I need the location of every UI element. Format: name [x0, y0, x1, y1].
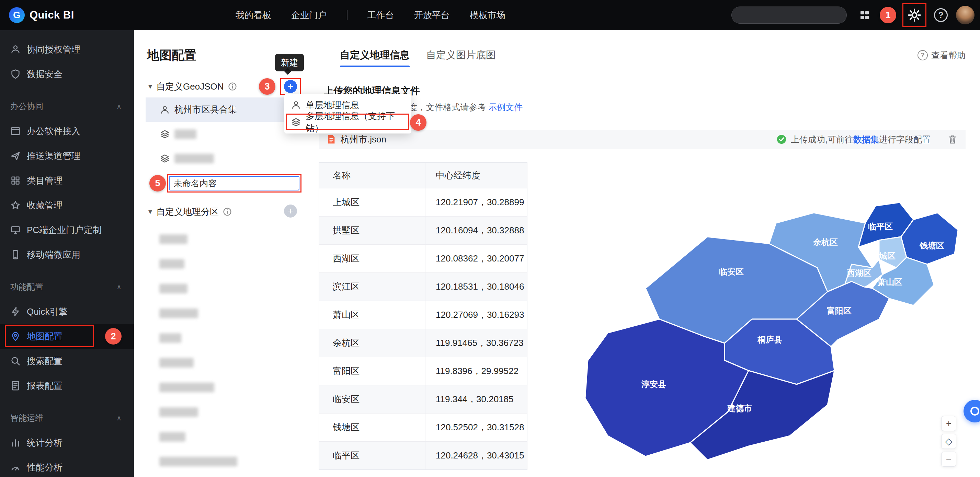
sidebar-section-feature-config[interactable]: 功能配置 ∧	[0, 274, 134, 299]
column-header-name: 名称	[319, 163, 425, 188]
nav-my-dashboard[interactable]: 我的看板	[235, 9, 271, 21]
map-label: 临平区	[868, 222, 893, 231]
tree-item-blurred[interactable]	[146, 326, 306, 350]
page-header: 地图配置 自定义地理信息 自定义图片底图 ? 查看帮助	[147, 43, 966, 67]
tree-item-blurred[interactable]	[146, 350, 306, 375]
blurred-label	[159, 432, 185, 442]
info-icon[interactable]	[228, 82, 237, 91]
map-label: 萧山区	[877, 277, 902, 287]
sidebar-item-collab-auth[interactable]: 协同授权管理	[0, 37, 134, 62]
map-label: 上城区	[871, 251, 896, 260]
geojson-group-header[interactable]: ▾ 自定义GeoJSON + 3	[146, 76, 306, 97]
sidebar-item-data-security[interactable]: 数据安全	[0, 62, 134, 87]
tree-item-blurred[interactable]	[146, 301, 306, 326]
tree-item-blurred[interactable]	[146, 252, 306, 276]
delete-file-icon[interactable]	[947, 134, 958, 145]
sidebar-item-pc-portal[interactable]: PC端企业门户定制	[0, 217, 134, 242]
person-pin-icon	[291, 100, 301, 110]
tab-custom-image-basemap[interactable]: 自定义图片底图	[426, 43, 496, 67]
file-name: 杭州市.json	[340, 133, 386, 146]
logo-text: Quick BI	[30, 9, 74, 21]
map-label: 余杭区	[813, 238, 838, 247]
table-row: 上城区120.21907，30.28899	[319, 188, 527, 216]
map-label: 桐庐县	[757, 335, 782, 344]
info-icon[interactable]	[223, 207, 232, 216]
sidebar-item-mobile-microapp[interactable]: 移动端微应用	[0, 242, 134, 267]
sidebar-section-smart-ops[interactable]: 智能运维 ∧	[0, 406, 134, 430]
annotation-badge-5: 5	[150, 175, 166, 192]
search-input[interactable]	[738, 10, 844, 20]
new-item-name-input[interactable]	[169, 176, 299, 190]
nav-open-platform[interactable]: 开放平台	[414, 9, 450, 21]
map-label: 富阳区	[827, 306, 851, 315]
quickbi-logo-icon: G	[9, 7, 25, 23]
person-key-icon	[10, 44, 21, 55]
tree-item-blurred[interactable]	[146, 276, 306, 301]
top-navigation: 我的看板 企业门户 工作台 开放平台 模板市场	[235, 9, 506, 21]
paper-plane-icon	[10, 151, 21, 161]
blurred-label	[159, 235, 188, 244]
layers-icon	[160, 129, 170, 139]
quickbi-logo[interactable]: G Quick BI	[9, 7, 74, 23]
help-icon[interactable]: ?	[934, 8, 948, 22]
apps-grid-icon[interactable]	[859, 10, 870, 21]
nav-enterprise-portal[interactable]: 企业门户	[291, 9, 327, 21]
sidebar-section-office-collab[interactable]: 办公协同 ∧	[0, 94, 134, 119]
quick-bi-app: G Quick BI 我的看板 企业门户 工作台 开放平台 模板市场 1	[0, 0, 980, 477]
assistant-icon	[970, 407, 979, 415]
nav-divider	[347, 10, 347, 20]
locate-button[interactable]: ◇	[941, 434, 956, 449]
tree-item-blurred[interactable]	[146, 227, 306, 252]
table-row: 富阳区119.8396，29.99522	[319, 357, 527, 385]
annotation-badge-1: 1	[880, 7, 896, 23]
sidebar-item-quick-engine[interactable]: Quick引擎	[0, 299, 134, 324]
success-check-icon	[776, 134, 787, 144]
zoom-out-button[interactable]: −	[941, 452, 956, 467]
map-controls: + ◇ −	[941, 416, 956, 467]
star-icon	[10, 200, 21, 210]
user-avatar[interactable]	[956, 6, 975, 24]
tree-item-blurred[interactable]	[146, 146, 306, 171]
add-geojson-menu: 单层地理信息 多层地理信息（支持下钻） 4	[284, 93, 411, 133]
sidebar-item-stats-analysis[interactable]: 统计分析	[0, 430, 134, 455]
sidebar-item-report-config[interactable]: 报表配置	[0, 373, 134, 398]
add-partition-button[interactable]: +	[284, 204, 297, 217]
sample-file-link[interactable]: 示例文件	[488, 102, 523, 112]
tree-item-blurred[interactable]	[146, 122, 306, 146]
lightning-icon	[10, 306, 21, 317]
sidebar-item-office-software[interactable]: 办公软件接入	[0, 119, 134, 143]
person-pin-icon	[160, 105, 170, 115]
sidebar-item-performance-analysis[interactable]: 性能分析	[0, 455, 134, 477]
tree-item-blurred[interactable]	[146, 400, 306, 425]
topbar: G Quick BI 我的看板 企业门户 工作台 开放平台 模板市场 1	[0, 0, 980, 30]
layers-icon	[160, 154, 170, 163]
settings-sidebar: 协同授权管理 数据安全 办公协同 ∧ 办公软件接入 推送渠道管理 类目管理	[0, 30, 134, 477]
sidebar-item-category-mgmt[interactable]: 类目管理	[0, 168, 134, 193]
global-search[interactable]	[732, 6, 847, 24]
window-icon	[10, 126, 21, 136]
sidebar-item-favorites-mgmt[interactable]: 收藏管理	[0, 193, 134, 217]
question-circle-icon: ?	[918, 50, 928, 60]
geo-partition-group-header[interactable]: ▾ 自定义地理分区 +	[146, 200, 306, 223]
annotation-box-add-button	[280, 78, 301, 95]
blurred-label	[175, 154, 214, 163]
dataset-link[interactable]: 数据集	[853, 135, 879, 144]
view-help-link[interactable]: ? 查看帮助	[918, 50, 966, 61]
tree-item-blurred[interactable]	[146, 425, 306, 449]
geo-tree-panel: ▾ 自定义GeoJSON + 3 杭州市区县合集	[146, 76, 306, 474]
chevron-up-icon: ∧	[116, 283, 122, 291]
tree-item-hangzhou-collection[interactable]: 杭州市区县合集	[146, 97, 306, 122]
sidebar-item-push-channel[interactable]: 推送渠道管理	[0, 143, 134, 168]
blurred-label	[159, 284, 188, 293]
zoom-in-button[interactable]: +	[941, 416, 956, 431]
settings-gear-icon[interactable]	[908, 8, 921, 22]
tab-custom-geo-info[interactable]: 自定义地理信息	[340, 43, 410, 67]
sidebar-item-map-config[interactable]: 地图配置 2	[0, 324, 134, 349]
blurred-label	[159, 259, 185, 269]
nav-template-market[interactable]: 模板市场	[470, 9, 506, 21]
sidebar-item-search-config[interactable]: 搜索配置	[0, 349, 134, 373]
tree-item-blurred[interactable]	[146, 449, 306, 474]
nav-workbench[interactable]: 工作台	[368, 9, 394, 21]
tree-item-blurred[interactable]	[146, 375, 306, 400]
table-row: 西湖区120.08362，30.20077	[319, 244, 527, 273]
